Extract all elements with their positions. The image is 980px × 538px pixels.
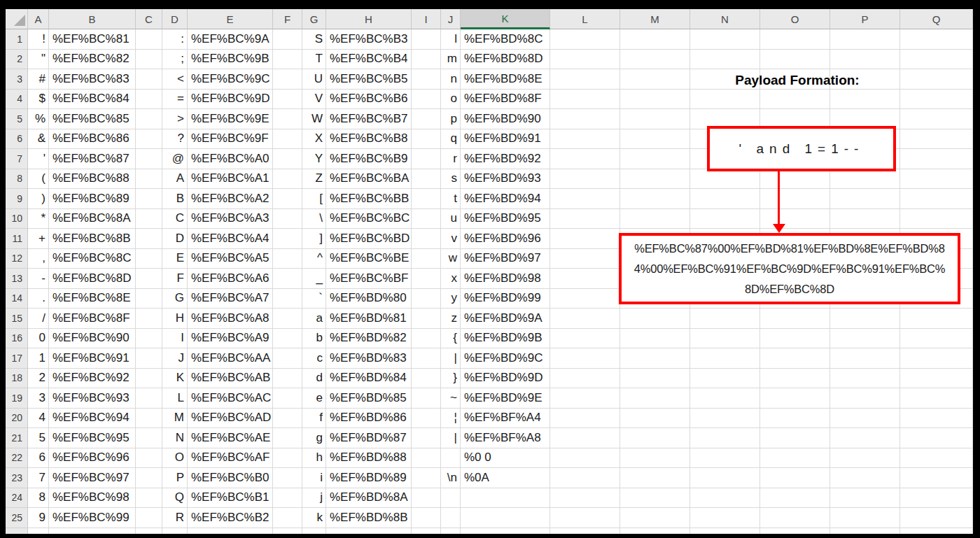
down-arrow-stem [778, 171, 780, 225]
encoded-line: %EF%BC%87%00%EF%BD%81%EF%BD%8E%EF%BD%8 [634, 239, 945, 259]
payload-plaintext-box[interactable]: ' and 1=1-- [707, 126, 896, 171]
screenshot-root: { "colors": { "annotation_red": "#FF0000… [0, 0, 980, 538]
encoded-line: 4%00%EF%BC%91%EF%BC%9D%EF%BC%91%EF%BC% [634, 259, 945, 279]
annotation-layer: Payload Formation: ' and 1=1-- %EF%BC%87… [0, 0, 980, 538]
down-arrow-icon [773, 224, 785, 233]
encoded-line: 8D%EF%BC%8D [745, 279, 834, 299]
payload-formation-title: Payload Formation: [620, 73, 974, 88]
payload-encoded-box[interactable]: %EF%BC%87%00%EF%BD%81%EF%BD%8E%EF%BD%8 4… [619, 233, 960, 304]
